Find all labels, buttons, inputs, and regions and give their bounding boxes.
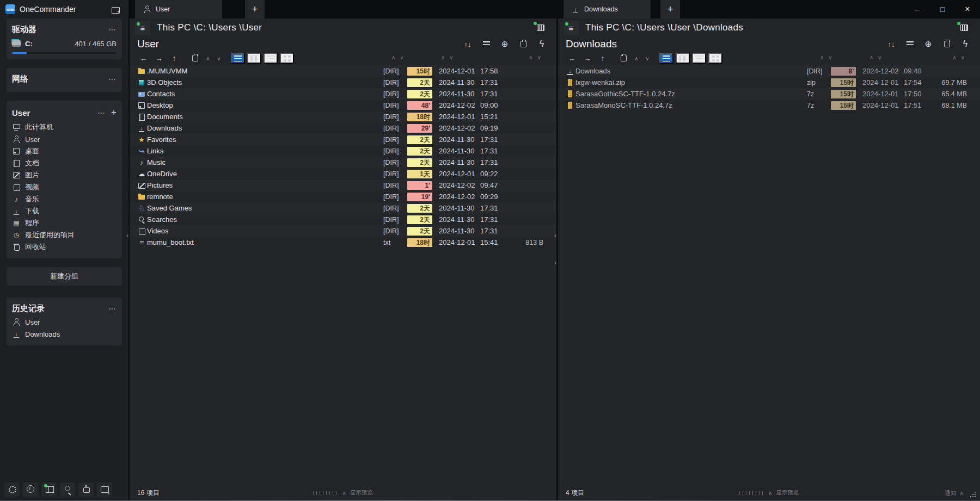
view-detail-icon[interactable] bbox=[692, 53, 706, 64]
breadcrumb[interactable]: This PC \C: \Users \User \Downloads bbox=[585, 22, 950, 33]
view-detail-icon[interactable] bbox=[264, 53, 278, 64]
paste-icon[interactable] bbox=[188, 52, 201, 64]
sidebar-item-音乐[interactable]: 音乐 bbox=[12, 193, 117, 205]
new-window-icon[interactable] bbox=[97, 483, 112, 497]
collapse-left-icon[interactable]: ‹ bbox=[126, 231, 128, 239]
file-row[interactable]: .MUMUVMM [DIR] 15时 2024-12-01 17:58 bbox=[130, 65, 556, 77]
sidebar-item-User[interactable]: User bbox=[12, 316, 117, 328]
assistant-icon[interactable] bbox=[78, 483, 94, 497]
sidebar-item-视频[interactable]: 视频 bbox=[12, 181, 117, 193]
view-grid-icon[interactable] bbox=[708, 53, 722, 64]
collapse-right-icon[interactable]: › bbox=[554, 258, 556, 267]
add-tab-button[interactable]: + bbox=[660, 0, 680, 18]
file-row[interactable]: 3D Objects [DIR] 2天 2024-11-30 17:31 bbox=[130, 77, 556, 88]
drives-more-icon[interactable]: ⋯ bbox=[108, 25, 117, 34]
user-group-add-icon[interactable]: + bbox=[111, 107, 117, 118]
select-list-icon[interactable] bbox=[903, 38, 917, 50]
file-row[interactable]: Music [DIR] 2天 2024-11-30 17:31 bbox=[130, 157, 556, 168]
sidebar-item-User[interactable]: User bbox=[12, 133, 117, 145]
file-row[interactable]: Downloads [DIR] 8' 2024-12-02 09:40 bbox=[558, 65, 980, 77]
sort-size-column[interactable]: ∧∨ bbox=[529, 54, 541, 60]
sidebar-item-程序[interactable]: 程序 bbox=[12, 217, 117, 229]
file-row[interactable]: Videos [DIR] 2天 2024-11-30 17:31 bbox=[130, 225, 556, 237]
columns-icon[interactable] bbox=[956, 21, 972, 35]
splitter-sidebar[interactable]: ‹ bbox=[128, 0, 130, 501]
sidebar-item-下载[interactable]: 下载 bbox=[12, 205, 117, 217]
file-row[interactable]: Saved Games [DIR] 2天 2024-11-30 17:31 bbox=[130, 202, 556, 214]
columns-icon[interactable] bbox=[532, 21, 549, 35]
panel-menu-icon[interactable]: ≡ bbox=[135, 21, 150, 35]
paste-icon[interactable] bbox=[617, 52, 630, 64]
file-row[interactable]: remnote [DIR] 19' 2024-12-02 09:29 bbox=[130, 191, 556, 202]
sidebar-item-图片[interactable]: 图片 bbox=[12, 169, 117, 181]
new-item-icon[interactable]: ⊕ bbox=[921, 38, 935, 50]
settings-icon[interactable] bbox=[4, 483, 20, 497]
file-row[interactable]: Documents [DIR] 18时 2024-12-01 15:21 bbox=[130, 111, 556, 122]
new-item-icon[interactable]: ⊕ bbox=[498, 38, 512, 50]
network-more-icon[interactable]: ⋯ bbox=[108, 75, 117, 83]
file-row[interactable]: lxgw-wenkai.zip zip 15时 2024-12-01 17:54… bbox=[558, 77, 980, 88]
select-list-icon[interactable] bbox=[479, 38, 493, 50]
sort-icon[interactable]: ↑↓ bbox=[461, 38, 475, 50]
clipboard-icon[interactable] bbox=[516, 38, 530, 50]
actions-icon[interactable]: ϟ bbox=[535, 38, 549, 50]
close-button[interactable]: × bbox=[955, 0, 980, 18]
history-more-icon[interactable]: ⋯ bbox=[108, 304, 117, 313]
splitter-panels[interactable]: ‹ › bbox=[556, 0, 558, 501]
sort-size-column[interactable]: ∧∨ bbox=[952, 54, 965, 60]
sidebar-item-最近使用的项目[interactable]: 最近使用的项目 bbox=[12, 229, 117, 241]
tab-downloads[interactable]: Downloads bbox=[564, 0, 651, 18]
file-row[interactable]: Contacts [DIR] 2天 2024-11-30 17:31 bbox=[130, 88, 556, 100]
collapse-down-icon[interactable]: ∨ bbox=[215, 55, 223, 61]
add-tab-button[interactable]: + bbox=[245, 0, 265, 18]
view-list-icon[interactable] bbox=[659, 53, 673, 64]
collapse-left-icon[interactable]: ‹ bbox=[554, 231, 556, 239]
sidebar-item-此计算机[interactable]: 此计算机 bbox=[12, 121, 117, 133]
layout-icon[interactable] bbox=[41, 483, 57, 497]
sort-type-column[interactable]: ∧∨ bbox=[391, 54, 404, 60]
file-row[interactable]: Favorites [DIR] 2天 2024-11-30 17:31 bbox=[130, 134, 556, 145]
sidebar-item-回收站[interactable]: 回收站 bbox=[12, 241, 117, 253]
back-icon[interactable]: ← bbox=[566, 52, 579, 64]
forward-icon[interactable]: → bbox=[581, 52, 594, 64]
file-row[interactable]: mumu_boot.txt txt 18时 2024-12-01 15:41 8… bbox=[130, 237, 556, 248]
file-row[interactable]: Downloads [DIR] 29' 2024-12-02 09:19 bbox=[130, 122, 556, 134]
info-icon[interactable] bbox=[23, 483, 38, 497]
view-grid-icon[interactable] bbox=[280, 53, 294, 64]
collapse-up-icon[interactable]: ∧ bbox=[204, 55, 212, 61]
sort-type-column[interactable]: ∧∨ bbox=[820, 54, 832, 60]
sort-icon[interactable]: ↑↓ bbox=[884, 38, 898, 50]
up-icon[interactable]: ↑ bbox=[168, 52, 181, 64]
file-row[interactable]: OneDrive [DIR] 1天 2024-12-01 09:22 bbox=[130, 168, 556, 180]
file-row[interactable]: Searches [DIR] 2天 2024-11-30 17:31 bbox=[130, 214, 556, 225]
forward-icon[interactable]: → bbox=[152, 52, 166, 64]
back-icon[interactable]: ← bbox=[137, 52, 150, 64]
sidebar-item-文档[interactable]: 文档 bbox=[12, 157, 117, 169]
new-group-button[interactable]: 新建分组 bbox=[7, 267, 122, 286]
file-row[interactable]: Desktop [DIR] 48' 2024-12-02 09:00 bbox=[130, 100, 556, 111]
sidebar-item-Downloads[interactable]: Downloads bbox=[12, 328, 117, 340]
drive-c-item[interactable]: C: 401 / 465 GB bbox=[12, 37, 117, 50]
sidebar-item-桌面[interactable]: 桌面 bbox=[12, 145, 117, 157]
view-tiles-icon[interactable] bbox=[247, 53, 261, 64]
file-row[interactable]: Pictures [DIR] 1' 2024-12-02 09:47 bbox=[130, 180, 556, 191]
collapse-up-icon[interactable]: ∧ bbox=[632, 55, 641, 61]
view-list-icon[interactable] bbox=[231, 53, 245, 64]
file-row[interactable]: SarasaMonoSC-TTF-1.0.24.7z 7z 15时 2024-1… bbox=[558, 100, 980, 111]
notifications-toggle[interactable]: 通知 ∧ bbox=[945, 490, 964, 497]
preview-toggle[interactable]: ∧ 显示预览 bbox=[739, 489, 799, 497]
clipboard-icon[interactable] bbox=[940, 38, 954, 50]
collapse-down-icon[interactable]: ∨ bbox=[643, 55, 652, 61]
actions-icon[interactable]: ϟ bbox=[958, 38, 972, 50]
new-window-icon[interactable] bbox=[108, 3, 122, 15]
tab-user[interactable]: User bbox=[135, 0, 222, 18]
sort-date-column[interactable]: ∧∨ bbox=[441, 54, 454, 60]
preview-toggle[interactable]: ∧ 显示预览 bbox=[313, 489, 373, 497]
maximize-button[interactable]: □ bbox=[930, 0, 955, 18]
resize-grip[interactable] bbox=[970, 491, 977, 497]
file-row[interactable]: Links [DIR] 2天 2024-11-30 17:31 bbox=[130, 145, 556, 157]
view-tiles-icon[interactable] bbox=[676, 53, 690, 64]
user-group-more-icon[interactable]: ⋯ bbox=[97, 108, 106, 117]
panel-menu-icon[interactable]: ≡ bbox=[564, 21, 579, 35]
minimize-button[interactable]: – bbox=[905, 0, 930, 18]
